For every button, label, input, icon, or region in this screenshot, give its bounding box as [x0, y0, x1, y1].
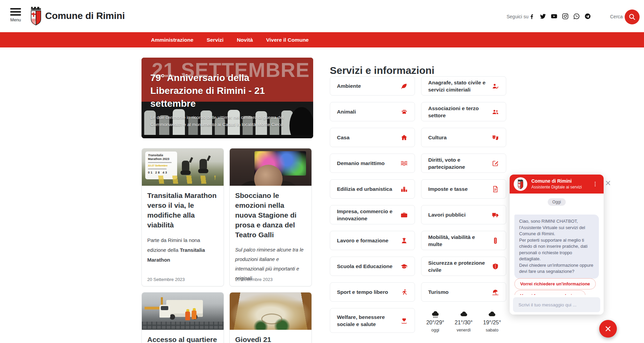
chatbot-title: Comune di Rimini: [531, 178, 572, 184]
service-label: Sicurezza e protezione civile: [428, 259, 492, 274]
page: Menu Comune di Rimini Seguici su Cerca A…: [0, 0, 644, 343]
article-card-teatro-galli[interactable]: Sbocciano le emozioni nella nuova Stagio…: [229, 148, 312, 286]
event-poster: Transitalia Marathon 2023 22-27 Settembr…: [145, 152, 177, 179]
menu-label: Menu: [10, 18, 21, 22]
nav-item-novita[interactable]: Novità: [237, 37, 253, 43]
users-icon: [492, 108, 499, 116]
city-icon: [400, 185, 408, 193]
hamburger-icon: [10, 8, 22, 16]
chatbot-header: Comune di Rimini Assistente Digitale ai …: [510, 175, 604, 194]
chat-fab-close-button[interactable]: [599, 320, 617, 338]
service-label: Lavori pubblici: [428, 211, 492, 218]
hero-article-card[interactable]: 21 SETTEMBRE: [141, 58, 313, 138]
services-column-left: AmbienteAnimaliCasaDemanio marittimoEdil…: [330, 76, 415, 333]
twitter-icon[interactable]: [539, 13, 547, 20]
facebook-icon[interactable]: [528, 13, 535, 20]
weather-temp: 19°/25°: [483, 320, 501, 326]
service-label: Welfare, benessere sociale e salute: [337, 314, 400, 328]
service-label: Scuola ed Educazione: [337, 263, 400, 270]
waves-icon: [400, 160, 408, 167]
main-navbar: Amministrazione Servizi Novità Vivere il…: [0, 32, 644, 47]
article-image-construction-site: [142, 292, 224, 330]
service-label: Imposte e tasse: [428, 185, 492, 193]
quick-reply-informazione-button[interactable]: Vorrei richiedere un'informazione: [514, 278, 596, 289]
telegram-icon[interactable]: [584, 13, 591, 20]
service-card-edilizia-ed-urbanistica[interactable]: Edilizia ed urbanistica: [330, 179, 415, 199]
theater-masks-icon: [492, 134, 499, 141]
runner-icon: [400, 288, 408, 296]
article-title: Sbocciano le emozioni nella nuova Stagio…: [235, 190, 306, 240]
chat-day-divider: Oggi: [548, 198, 566, 206]
article-title: Giovedì 21 settembre: [235, 335, 306, 343]
service-label: Impresa, commercio e innovazione: [337, 208, 400, 222]
cloud-icon: [459, 310, 469, 319]
service-card-imposte-e-tasse[interactable]: Imposte e tasse: [421, 179, 506, 199]
hamburger-menu-button[interactable]: Menu: [10, 8, 22, 24]
chatbot-close-icon[interactable]: [605, 180, 611, 186]
nav-item-servizi[interactable]: Servizi: [207, 37, 224, 43]
service-card-impresa-commercio-e-innovazione[interactable]: Impresa, commercio e innovazione: [330, 205, 415, 224]
hero-title: 79° Anniversario della Liberazione di Ri…: [150, 72, 300, 110]
beach-umbrella-icon: [492, 288, 499, 296]
nav-item-amministrazione[interactable]: Amministrazione: [151, 37, 193, 43]
service-card-welfare-benessere-sociale-e-salute[interactable]: Welfare, benessere sociale e salute: [330, 308, 415, 333]
weather-temp: 21°/30°: [455, 320, 473, 326]
chatbot-subtitle: Assistente Digitale ai servizi: [531, 185, 582, 189]
chatbot-message-bubble: Ciao, sono RIMINI CHATBOT, l'Assistente …: [514, 215, 599, 279]
close-icon: [605, 325, 611, 332]
whatsapp-icon[interactable]: [573, 13, 580, 20]
service-card-sport-e-tempo-libero[interactable]: Sport e tempo libero: [330, 282, 415, 302]
nav-item-vivere-il-comune[interactable]: Vivere il Comune: [266, 37, 308, 43]
cloud-icon: [487, 310, 497, 319]
service-label: Anagrafe, stato civile e servizi cimiter…: [428, 79, 492, 93]
youtube-icon[interactable]: [550, 13, 558, 20]
weather-widget: 20°/29°oggi21°/30°venerdì19°/25°sabato: [421, 310, 506, 335]
article-title: Accesso al quartiere Padulli: [147, 335, 218, 343]
shield-icon: [492, 263, 499, 270]
service-card-turismo[interactable]: Turismo: [421, 282, 506, 302]
service-card-associazioni-e-terzo-settore[interactable]: Associazioni e terzo settore: [421, 102, 506, 121]
service-label: Associazioni e terzo settore: [428, 105, 492, 119]
weather-day-label: venerdì: [457, 328, 471, 332]
weather-day-label: sabato: [486, 328, 498, 332]
paw-icon: [400, 108, 408, 116]
service-label: Edilizia ed urbanistica: [337, 185, 400, 193]
service-card-animali[interactable]: Animali: [330, 102, 415, 121]
service-card-sicurezza-e-protezione-civile[interactable]: Sicurezza e protezione civile: [421, 257, 506, 276]
article-card-transitalia[interactable]: Transitalia Marathon 2023 22-27 Settembr…: [141, 148, 224, 286]
leaf-icon: [400, 82, 408, 90]
search-button[interactable]: [625, 9, 640, 24]
article-image-motorcycle-rally: Transitalia Marathon 2023 22-27 Settembr…: [142, 148, 224, 186]
article-card-quartiere-padulli[interactable]: Accesso al quartiere Padulli: [141, 292, 224, 343]
article-image-council-chamber: [230, 292, 311, 330]
service-label: Diritti, voto e partecipazione: [428, 156, 492, 170]
rimini-coat-of-arms-logo[interactable]: [29, 6, 43, 26]
chatbot-logo: [514, 177, 527, 191]
graduation-cap-icon: [400, 263, 408, 270]
chatbot-menu-icon[interactable]: [592, 180, 598, 188]
service-card-ambiente[interactable]: Ambiente: [330, 76, 415, 96]
service-label: Casa: [337, 134, 400, 141]
instagram-icon[interactable]: [562, 13, 569, 20]
weather-day: 21°/30°venerdì: [450, 310, 478, 335]
service-card-casa[interactable]: Casa: [330, 128, 415, 147]
service-card-demanio-marittimo[interactable]: Demanio marittimo: [330, 154, 415, 173]
article-card-giovedi-21[interactable]: Giovedì 21 settembre: [229, 292, 312, 343]
service-card-anagrafe-stato-civile-e-servizi-cimiteriali[interactable]: Anagrafe, stato civile e servizi cimiter…: [421, 76, 506, 96]
chatbot-window: Comune di Rimini Assistente Digitale ai …: [510, 175, 604, 315]
site-title[interactable]: Comune di Rimini: [45, 11, 125, 21]
service-card-diritti-voto-e-partecipazione[interactable]: Diritti, voto e partecipazione: [421, 154, 506, 173]
service-card-mobilit-viabilit-e-multe[interactable]: Mobilità, viabilità e multe: [421, 231, 506, 250]
service-card-lavori-pubblici[interactable]: Lavori pubblici: [421, 205, 506, 224]
chatbot-input-bar: [510, 295, 604, 315]
chatbot-message-input[interactable]: [513, 297, 600, 312]
follow-label: Seguici su: [507, 14, 529, 19]
service-card-scuola-ed-educazione[interactable]: Scuola ed Educazione: [330, 257, 415, 276]
rain-cloud-icon: [430, 310, 440, 319]
site-header: Menu Comune di Rimini Seguici su Cerca: [0, 0, 644, 32]
weather-day: 19°/25°sabato: [478, 310, 506, 335]
weather-day: 20°/29°oggi: [421, 310, 450, 335]
service-card-cultura[interactable]: Cultura: [421, 128, 506, 147]
briefcase-icon: [400, 211, 408, 219]
service-card-lavoro-e-formazione[interactable]: Lavoro e formazione: [330, 231, 415, 250]
